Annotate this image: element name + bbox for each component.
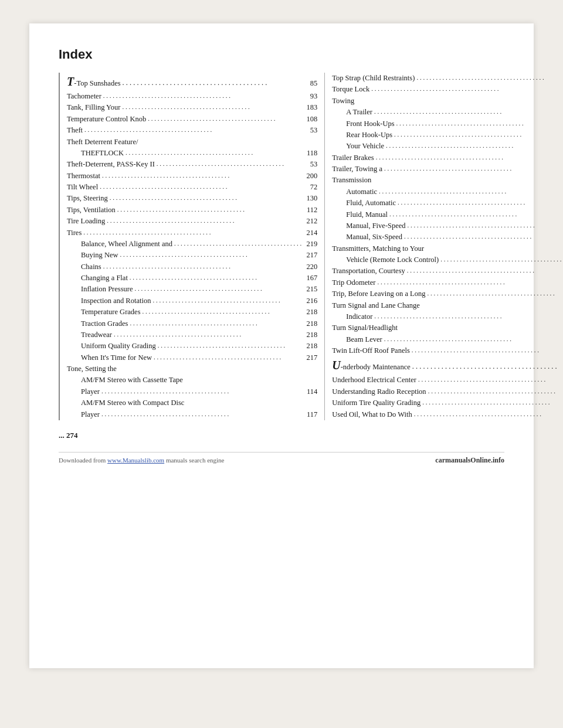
entry-dots: . . . . . . . . . . . . . . . . . . . . …: [174, 239, 301, 249]
entry-label: Tank, Filling Your: [67, 102, 121, 113]
entry-dots: . . . . . . . . . . . . . . . . . . . . …: [396, 118, 563, 128]
section-big-letter: U: [332, 356, 340, 375]
entry-label: Inspection and Rotation: [67, 295, 151, 307]
entry-label: Theft Deterrent Feature/: [67, 137, 138, 148]
list-item: Trailer, Towing a. . . . . . . . . . . .…: [332, 164, 563, 175]
entry-dots: . . . . . . . . . . . . . . . . . . . . …: [428, 386, 563, 396]
list-item: U-nderbody Maintenance. . . . . . . . . …: [332, 356, 563, 375]
entry-label: Trailer, Towing a: [332, 164, 382, 175]
entry-dots: . . . . . . . . . . . . . . . . . . . . …: [148, 114, 301, 124]
list-item: Temperature Control Knob. . . . . . . . …: [67, 114, 317, 125]
entry-page-number: 183: [303, 102, 317, 113]
entry-label: Trailer Brakes: [332, 152, 374, 164]
page: Index T-Top Sunshades. . . . . . . . . .…: [29, 23, 534, 668]
list-item: Trip, Before Leaving on a Long. . . . . …: [332, 288, 563, 300]
list-item: Tips, Ventilation. . . . . . . . . . . .…: [67, 205, 317, 216]
entry-label: Fluid, Manual: [332, 209, 388, 220]
list-item: A Trailer. . . . . . . . . . . . . . . .…: [332, 107, 563, 118]
entry-page-number: 93: [303, 91, 317, 102]
entry-dots: . . . . . . . . . . . . . . . . . . . . …: [102, 171, 301, 181]
entry-page-number: 218: [303, 329, 317, 341]
entry-label: THEFTLOCK: [67, 148, 124, 159]
entry-label: Tips, Steering: [67, 193, 108, 204]
entry-label: Transmission: [332, 175, 371, 186]
list-item: Fluid, Manual. . . . . . . . . . . . . .…: [332, 209, 563, 220]
entry-label: Manual, Five-Speed: [332, 220, 405, 232]
list-item: Top Strap (Child Restraints). . . . . . …: [332, 73, 563, 84]
entry-dots: . . . . . . . . . . . . . . . . . . . . …: [384, 334, 563, 344]
list-item: T-Top Sunshades. . . . . . . . . . . . .…: [67, 73, 317, 91]
entry-label: Twin Lift-Off Roof Panels: [332, 345, 410, 356]
list-item: Tank, Filling Your. . . . . . . . . . . …: [67, 102, 317, 113]
list-item: Uniform Tire Quality Grading. . . . . . …: [332, 397, 563, 409]
list-item: Tilt Wheel. . . . . . . . . . . . . . . …: [67, 182, 317, 193]
list-item: Theft Deterrent Feature/: [67, 137, 317, 148]
entry-dots: . . . . . . . . . . . . . . . . . . . . …: [384, 164, 563, 174]
list-item: Changing a Flat. . . . . . . . . . . . .…: [67, 273, 317, 284]
entry-page-number: 108: [303, 114, 317, 125]
entry-dots: . . . . . . . . . . . . . . . . . . . . …: [123, 77, 302, 89]
entry-label: Traction Grades: [67, 318, 128, 329]
entry-label: Manual, Six-Speed: [332, 232, 402, 243]
list-item: Balance, Wheel Alignment and. . . . . . …: [67, 239, 317, 250]
entry-label: AM/FM Stereo with Cassette Tape: [67, 375, 183, 386]
entry-dots: . . . . . . . . . . . . . . . . . . . . …: [130, 318, 301, 328]
entry-label: Front Hook-Ups: [332, 118, 394, 130]
entry-page-number: 217: [303, 352, 317, 363]
entry-label: Top Strap (Child Restraints): [332, 73, 415, 84]
entry-label: Buying New: [67, 250, 118, 261]
list-item: When It's Time for New. . . . . . . . . …: [67, 352, 317, 363]
list-item: Theft-Deterrent, PASS-Key II. . . . . . …: [67, 159, 317, 170]
list-item: Fluid, Automatic. . . . . . . . . . . . …: [332, 198, 563, 209]
entry-label: Vehicle (Remote Lock Control): [332, 254, 439, 266]
entry-label: Turn Signal/Headlight: [332, 322, 398, 334]
entry-dots: . . . . . . . . . . . . . . . . . . . . …: [407, 266, 563, 275]
list-item: Towing: [332, 96, 563, 107]
entry-dots: . . . . . . . . . . . . . . . . . . . . …: [386, 141, 563, 151]
entry-label: Changing a Flat: [67, 273, 128, 284]
page-title: Index: [59, 47, 504, 62]
entry-label: Player: [67, 386, 100, 397]
list-item: THEFTLOCK. . . . . . . . . . . . . . . .…: [67, 148, 317, 159]
entry-label: Chains: [67, 261, 101, 273]
entry-label: Trip Odometer: [332, 277, 375, 288]
entry-page-number: 53: [303, 159, 317, 170]
entry-page-number: 167: [303, 273, 317, 284]
entry-dots: . . . . . . . . . . . . . . . . . . . . …: [110, 193, 302, 203]
entry-label: Tilt Wheel: [67, 182, 98, 193]
entry-page-number: 220: [303, 261, 317, 273]
list-item: Inflation Pressure. . . . . . . . . . . …: [67, 284, 317, 295]
list-item: Thermostat. . . . . . . . . . . . . . . …: [67, 171, 317, 182]
entry-label: Uniform Tire Quality Grading: [332, 397, 420, 409]
entry-label: Indicator: [332, 311, 372, 322]
list-item: Front Hook-Ups. . . . . . . . . . . . . …: [332, 118, 563, 130]
entry-page-number: 214: [303, 227, 317, 239]
entry-dots: . . . . . . . . . . . . . . . . . . . . …: [135, 284, 302, 294]
entry-label: Automatic: [332, 186, 377, 198]
entry-dots: . . . . . . . . . . . . . . . . . . . . …: [440, 254, 563, 264]
manual-lib-link[interactable]: www.Manualslib.com: [107, 457, 164, 464]
list-item: Transmitters, Matching to Your: [332, 243, 563, 254]
entry-page-number: 200: [303, 171, 317, 182]
list-item: Temperature Grades. . . . . . . . . . . …: [67, 307, 317, 318]
entry-label: Player: [67, 409, 100, 420]
index-column-1: T-Top Sunshades. . . . . . . . . . . . .…: [60, 73, 325, 420]
entry-dots: . . . . . . . . . . . . . . . . . . . . …: [120, 250, 302, 260]
list-item: Trip Odometer. . . . . . . . . . . . . .…: [332, 277, 563, 288]
entry-label: Thermostat: [67, 171, 100, 182]
list-item: Transportation, Courtesy. . . . . . . . …: [332, 266, 563, 277]
entry-page-number: 112: [303, 205, 317, 216]
entry-dots: . . . . . . . . . . . . . . . . . . . . …: [416, 73, 563, 83]
entry-label: When It's Time for New: [67, 352, 152, 363]
list-item: Tips, Steering. . . . . . . . . . . . . …: [67, 193, 317, 204]
list-item: Indicator. . . . . . . . . . . . . . . .…: [332, 311, 563, 322]
list-item: Turn Signal and Lane Change: [332, 300, 563, 311]
entry-label: Your Vehicle: [332, 141, 384, 152]
list-item: Theft. . . . . . . . . . . . . . . . . .…: [67, 125, 317, 136]
entry-dots: . . . . . . . . . . . . . . . . . . . . …: [123, 102, 302, 112]
list-item: AM/FM Stereo with Compact Disc: [67, 397, 317, 409]
entry-page-number: 130: [303, 193, 317, 204]
list-item: Uniform Quality Grading. . . . . . . . .…: [67, 341, 317, 352]
bottom-right-brand: carmanualsOnline.info: [435, 456, 504, 465]
entry-dots: . . . . . . . . . . . . . . . . . . . . …: [377, 277, 563, 287]
